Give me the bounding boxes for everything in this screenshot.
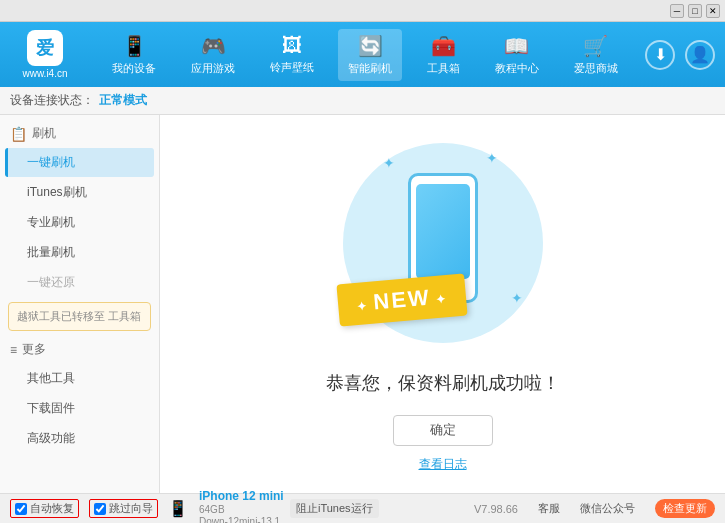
download-button[interactable]: ⬇ bbox=[645, 40, 675, 70]
header-actions: ⬇ 👤 bbox=[645, 40, 715, 70]
tutorial-icon: 📖 bbox=[504, 34, 529, 58]
sparkle-3: ✦ bbox=[511, 290, 523, 306]
confirm-button[interactable]: 确定 bbox=[393, 415, 493, 446]
nav-label-wallpaper: 铃声壁纸 bbox=[270, 60, 314, 75]
nav-item-wallpaper[interactable]: 🖼 铃声壁纸 bbox=[260, 29, 324, 80]
bottom-left-section: 自动恢复 跳过向导 📱 iPhone 12 mini 64GB Down-12m… bbox=[10, 489, 290, 523]
my-device-icon: 📱 bbox=[122, 34, 147, 58]
flash-section: 📋 刷机 一键刷机 iTunes刷机 专业刷机 批量刷机 一键还原 bbox=[0, 120, 159, 297]
more-section-label: 更多 bbox=[22, 341, 46, 358]
phone-screen bbox=[416, 184, 470, 279]
status-value: 正常模式 bbox=[99, 92, 147, 109]
device-storage: 64GB bbox=[199, 504, 284, 516]
sidebar-item-other-tools[interactable]: 其他工具 bbox=[5, 364, 154, 393]
nav-item-smart-flash[interactable]: 🔄 智能刷机 bbox=[338, 29, 402, 81]
device-firmware: Down-12mini-13,1 bbox=[199, 516, 284, 523]
maximize-button[interactable]: □ bbox=[688, 4, 702, 18]
sidebar-item-batch-flash[interactable]: 批量刷机 bbox=[5, 238, 154, 267]
logo-icon: 爱 bbox=[27, 30, 63, 66]
update-button[interactable]: 检查更新 bbox=[655, 499, 715, 518]
logo: 爱 www.i4.cn bbox=[10, 30, 80, 79]
device-name: iPhone 12 mini bbox=[199, 489, 284, 503]
sidebar-item-one-key-flash[interactable]: 一键刷机 bbox=[5, 148, 154, 177]
status-label: 设备连接状态： bbox=[10, 92, 94, 109]
nav-item-apps[interactable]: 🎮 应用游戏 bbox=[181, 29, 245, 81]
more-section[interactable]: ≡ 更多 bbox=[0, 336, 159, 363]
apps-icon: 🎮 bbox=[201, 34, 226, 58]
flash-section-label: 刷机 bbox=[32, 125, 56, 142]
wizard-label: 跳过向导 bbox=[109, 501, 153, 516]
advanced-label: 高级功能 bbox=[27, 431, 75, 445]
customer-service-link[interactable]: 客服 bbox=[538, 501, 560, 516]
download-firmware-label: 下载固件 bbox=[27, 401, 75, 415]
smart-flash-icon: 🔄 bbox=[358, 34, 383, 58]
itunes-status[interactable]: 阻止iTunes运行 bbox=[290, 499, 379, 518]
nav-items: 📱 我的设备 🎮 应用游戏 🖼 铃声壁纸 🔄 智能刷机 🧰 工具箱 📖 教程中心… bbox=[95, 29, 635, 81]
nav-item-my-device[interactable]: 📱 我的设备 bbox=[102, 29, 166, 81]
auto-flash-checkbox[interactable]: 自动恢复 bbox=[10, 499, 79, 518]
nav-item-tutorial[interactable]: 📖 教程中心 bbox=[485, 29, 549, 81]
sidebar-item-itunes-flash[interactable]: iTunes刷机 bbox=[5, 178, 154, 207]
close-button[interactable]: ✕ bbox=[706, 4, 720, 18]
bottom-checkboxes: 自动恢复 跳过向导 bbox=[10, 499, 158, 518]
nav-item-shop[interactable]: 🛒 爱思商城 bbox=[564, 29, 628, 81]
pro-flash-label: 专业刷机 bbox=[27, 215, 75, 229]
sidebar: 📋 刷机 一键刷机 iTunes刷机 专业刷机 批量刷机 一键还原 越狱工具已转… bbox=[0, 115, 160, 493]
wechat-link[interactable]: 微信公众号 bbox=[580, 501, 635, 516]
sidebar-item-advanced[interactable]: 高级功能 bbox=[5, 424, 154, 453]
nav-label-toolbox: 工具箱 bbox=[427, 61, 460, 76]
sidebar-item-one-key-restore: 一键还原 bbox=[5, 268, 154, 297]
shop-icon: 🛒 bbox=[583, 34, 608, 58]
flash-section-title[interactable]: 📋 刷机 bbox=[0, 120, 159, 147]
device-phone-icon: 📱 bbox=[168, 499, 188, 518]
nav-label-smart-flash: 智能刷机 bbox=[348, 61, 392, 76]
auto-flash-input[interactable] bbox=[15, 503, 27, 515]
toolbox-icon: 🧰 bbox=[431, 34, 456, 58]
more-section-icon: ≡ bbox=[10, 343, 17, 357]
sidebar-item-download-firmware[interactable]: 下载固件 bbox=[5, 394, 154, 423]
sparkle-2: ✦ bbox=[486, 150, 498, 166]
nav-label-shop: 爱思商城 bbox=[574, 61, 618, 76]
bottom-bar: 自动恢复 跳过向导 📱 iPhone 12 mini 64GB Down-12m… bbox=[0, 493, 725, 523]
main-layout: 📋 刷机 一键刷机 iTunes刷机 专业刷机 批量刷机 一键还原 越狱工具已转… bbox=[0, 115, 725, 493]
batch-flash-label: 批量刷机 bbox=[27, 245, 75, 259]
flash-section-icon: 📋 bbox=[10, 126, 27, 142]
success-title: 恭喜您，保资料刷机成功啦！ bbox=[326, 371, 560, 395]
itunes-flash-label: iTunes刷机 bbox=[27, 185, 87, 199]
nav-label-my-device: 我的设备 bbox=[112, 61, 156, 76]
auto-flash-label: 自动恢复 bbox=[30, 501, 74, 516]
secondary-link[interactable]: 查看日志 bbox=[419, 456, 467, 473]
bottom-right: V7.98.66 客服 微信公众号 检查更新 bbox=[474, 499, 715, 518]
device-info: iPhone 12 mini 64GB Down-12mini-13,1 bbox=[199, 489, 284, 523]
warning-text: 越狱工具已转移至 工具箱 bbox=[17, 310, 141, 322]
status-bar: 设备连接状态： 正常模式 bbox=[0, 87, 725, 115]
header: 爱 www.i4.cn 📱 我的设备 🎮 应用游戏 🖼 铃声壁纸 🔄 智能刷机 … bbox=[0, 22, 725, 87]
logo-text: www.i4.cn bbox=[22, 68, 67, 79]
wizard-input[interactable] bbox=[94, 503, 106, 515]
one-key-flash-label: 一键刷机 bbox=[27, 155, 75, 169]
nav-label-apps: 应用游戏 bbox=[191, 61, 235, 76]
other-tools-label: 其他工具 bbox=[27, 371, 75, 385]
sparkle-1: ✦ bbox=[383, 155, 395, 171]
nav-label-tutorial: 教程中心 bbox=[495, 61, 539, 76]
title-bar-controls: ─ □ ✕ bbox=[670, 4, 720, 18]
user-button[interactable]: 👤 bbox=[685, 40, 715, 70]
content-area: ✦ ✦ ✦ NEW 恭喜您，保资料刷机成功啦！ 确定 查看日志 bbox=[160, 115, 725, 493]
nav-item-toolbox[interactable]: 🧰 工具箱 bbox=[417, 29, 470, 81]
success-illustration: ✦ ✦ ✦ NEW bbox=[333, 135, 553, 351]
one-key-restore-label: 一键还原 bbox=[27, 275, 75, 289]
sidebar-item-pro-flash[interactable]: 专业刷机 bbox=[5, 208, 154, 237]
title-bar: ─ □ ✕ bbox=[0, 0, 725, 22]
wallpaper-icon: 🖼 bbox=[282, 34, 302, 57]
warning-box: 越狱工具已转移至 工具箱 bbox=[8, 302, 151, 331]
wizard-checkbox[interactable]: 跳过向导 bbox=[89, 499, 158, 518]
minimize-button[interactable]: ─ bbox=[670, 4, 684, 18]
version-info: V7.98.66 bbox=[474, 503, 518, 515]
